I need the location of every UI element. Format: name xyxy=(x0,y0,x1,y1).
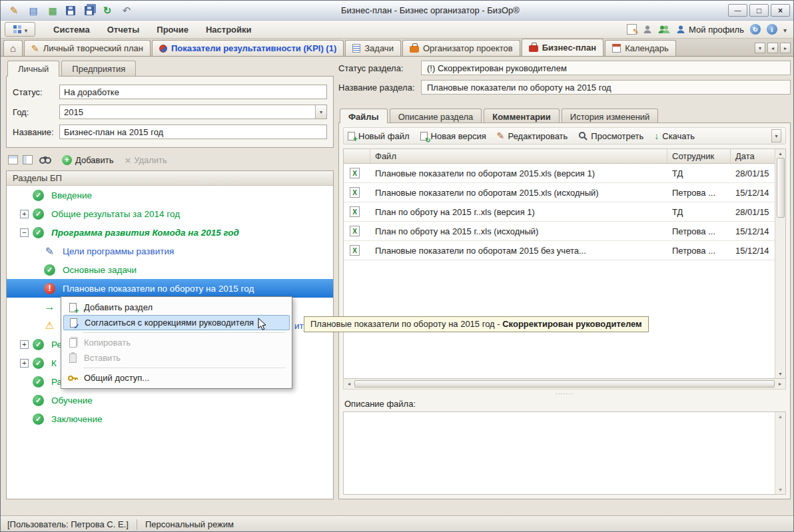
vertical-scrollbar[interactable] xyxy=(775,149,785,378)
chevron-down-icon[interactable] xyxy=(783,23,787,35)
tab-description[interactable]: Описание раздела xyxy=(390,109,482,123)
column-employee[interactable]: Сотрудник xyxy=(667,149,731,163)
save-all-icon[interactable] xyxy=(85,6,94,15)
expand-icon[interactable] xyxy=(20,359,29,368)
menu-system[interactable]: Система xyxy=(45,23,99,37)
menu-item-copy[interactable]: Копировать xyxy=(63,335,290,350)
menu-settings[interactable]: Настройки xyxy=(197,23,260,37)
section-panel: Статус раздела: (!) Скорректирован руков… xyxy=(338,61,791,499)
file-row[interactable]: План по оброту на 2015 г..xls (исходный)… xyxy=(344,222,775,241)
users-icon[interactable] xyxy=(658,25,670,34)
splitter-handle[interactable] xyxy=(343,390,786,398)
download-file-button[interactable]: Скачать xyxy=(654,131,695,141)
refresh-icon[interactable] xyxy=(101,5,113,17)
year-combobox[interactable] xyxy=(59,105,327,119)
name-label: Название: xyxy=(13,127,59,137)
column-date[interactable]: Дата xyxy=(731,149,775,163)
file-description-input[interactable] xyxy=(344,412,775,494)
briefcase-red-icon xyxy=(529,45,538,52)
info-icon[interactable] xyxy=(767,24,777,35)
tab-scroll-left-icon[interactable] xyxy=(767,43,778,53)
new-file-button[interactable]: Новый файл xyxy=(348,131,410,141)
menu-item-share[interactable]: Общий доступ... xyxy=(63,370,290,386)
menu-item-add-section[interactable]: Добавить раздел xyxy=(63,300,290,315)
scroll-up-icon[interactable] xyxy=(777,413,785,419)
user-icon[interactable] xyxy=(643,25,652,34)
search-icon[interactable] xyxy=(39,155,51,164)
scroll-down-icon[interactable] xyxy=(777,487,785,493)
status-input[interactable] xyxy=(59,85,327,99)
tab-business-plan[interactable]: Бизнес-план xyxy=(522,39,603,56)
scroll-up-icon[interactable] xyxy=(777,150,785,156)
tab-history[interactable]: История изменений xyxy=(562,109,659,123)
plan-name-input[interactable] xyxy=(59,125,327,139)
tree-row[interactable]: Заключение xyxy=(7,409,333,428)
tab-tasks[interactable]: Задачи xyxy=(345,40,401,56)
documents-icon[interactable] xyxy=(27,5,39,17)
tab-comments[interactable]: Комментарии xyxy=(484,109,560,123)
tree-row-selected[interactable]: Плановые показатели по обороту на 2015 г… xyxy=(7,279,333,298)
tab-dropdown-icon[interactable] xyxy=(755,43,765,53)
horizontal-scrollbar[interactable] xyxy=(343,379,786,390)
collapse-all-icon[interactable] xyxy=(8,155,18,164)
tab-scroll-right-icon[interactable] xyxy=(780,43,791,53)
collapse-icon[interactable] xyxy=(20,228,29,237)
journal-icon[interactable] xyxy=(627,24,637,35)
status-check-icon xyxy=(33,413,44,425)
expand-icon[interactable] xyxy=(20,340,29,349)
new-version-button[interactable]: Новая версия xyxy=(420,131,486,141)
close-button[interactable] xyxy=(771,4,790,17)
scroll-left-icon[interactable] xyxy=(345,381,353,387)
undo-icon[interactable] xyxy=(121,5,133,17)
edit-file-button[interactable]: Редактировать xyxy=(497,131,568,141)
scroll-right-icon[interactable] xyxy=(776,381,784,387)
scrollbar-thumb[interactable] xyxy=(777,158,785,218)
column-file[interactable]: Файл xyxy=(370,149,667,163)
column-icon[interactable] xyxy=(344,149,370,163)
tab-personal[interactable]: Личный xyxy=(7,61,59,77)
tree-row[interactable]: Обучение xyxy=(7,391,333,409)
new-note-icon[interactable] xyxy=(8,5,20,17)
description-scrollbar[interactable] xyxy=(775,412,785,494)
add-section-button[interactable]: Добавить xyxy=(62,155,113,165)
minimize-button[interactable] xyxy=(728,4,747,17)
new-version-icon xyxy=(420,132,428,140)
status-check-icon xyxy=(33,190,44,201)
delete-section-button[interactable]: Удалить xyxy=(125,154,167,166)
tab-enterprises[interactable]: Предприятия xyxy=(61,61,136,77)
menu-item-paste[interactable]: Вставить xyxy=(63,350,290,366)
scrollbar-thumb[interactable] xyxy=(354,380,775,388)
file-row[interactable]: Плановые показатели по оборотам 2015.xls… xyxy=(344,164,775,183)
file-row[interactable]: Плановые показатели по оборотам 2015 без… xyxy=(344,241,775,260)
tab-kpi[interactable]: Показатели результативности (KPI) (1) xyxy=(152,40,344,56)
view-file-button[interactable]: Просмотреть xyxy=(578,131,643,141)
tab-personal-plan[interactable]: Личный творческий план xyxy=(24,40,151,56)
tree-row[interactable]: Цели программы развития xyxy=(7,242,333,260)
apps-grid-button[interactable] xyxy=(5,22,35,37)
toolbar-dropdown-icon[interactable] xyxy=(771,129,781,142)
tab-home[interactable] xyxy=(3,40,23,56)
save-icon[interactable] xyxy=(66,6,75,15)
menu-item-accept-corrections[interactable]: Согласиться с коррекциями руководителя xyxy=(63,315,290,330)
expand-all-icon[interactable] xyxy=(23,155,33,164)
tree-row[interactable]: Программа развития Комода на 2015 год xyxy=(7,223,333,242)
delete-icon xyxy=(125,154,131,166)
file-row[interactable]: План по оброту на 2015 г..xls (версия 1)… xyxy=(344,202,775,222)
tree-row[interactable]: Общие результаты за 2014 год xyxy=(7,204,333,223)
expand-icon[interactable] xyxy=(20,210,29,218)
maximize-button[interactable] xyxy=(749,4,769,17)
tree-row[interactable]: Основные задачи xyxy=(7,260,333,279)
tab-project-organizer[interactable]: Организатор проектов xyxy=(402,40,520,56)
help-icon[interactable] xyxy=(750,24,761,35)
menu-reports[interactable]: Отчеты xyxy=(99,23,149,37)
file-row[interactable]: Плановые показатели по оборотам 2015.xls… xyxy=(344,183,775,202)
tab-files[interactable]: Файлы xyxy=(340,109,388,123)
main-tabstrip: Личный творческий план Показатели резуль… xyxy=(1,39,793,57)
report-icon[interactable] xyxy=(47,5,59,17)
my-profile-button[interactable]: Мой профиль xyxy=(676,25,744,35)
tab-calendar[interactable]: Календарь xyxy=(605,40,676,56)
scroll-down-icon[interactable] xyxy=(777,371,785,377)
tree-row[interactable]: Введение xyxy=(7,186,333,204)
menu-other[interactable]: Прочие xyxy=(148,23,197,37)
combo-dropdown-icon[interactable] xyxy=(315,105,326,119)
